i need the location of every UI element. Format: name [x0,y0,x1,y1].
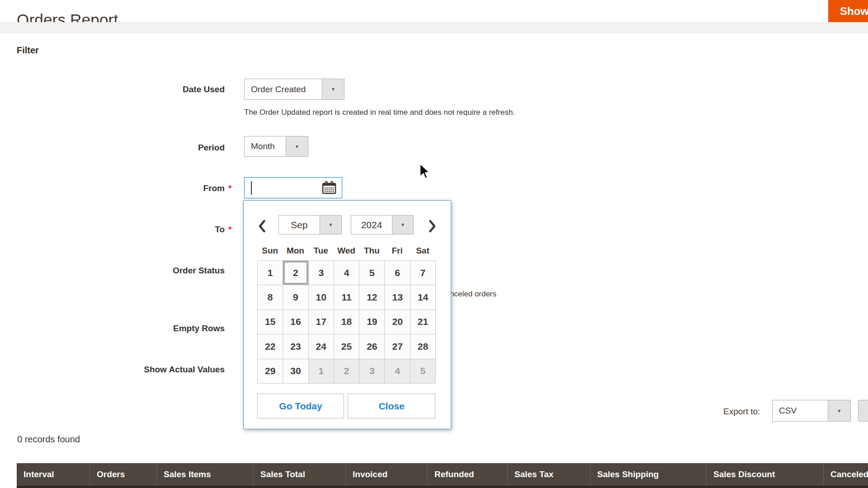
calendar-day-2[interactable]: 2 [283,261,308,285]
close-button[interactable]: Close [348,394,435,418]
export-format-value: CSV [773,400,828,421]
calendar-day-3[interactable]: 3 [309,261,334,285]
chevron-down-icon: ▼ [320,216,341,234]
calendar-day-16[interactable]: 16 [283,310,308,334]
show-report-button[interactable]: Show [828,0,868,22]
show-actual-values-label: Show Actual Values [0,365,225,375]
column-header-invoiced[interactable]: Invoiced [346,463,428,486]
column-header-sales-shipping[interactable]: Sales Shipping [590,463,707,486]
calendar-day-27[interactable]: 27 [385,334,410,359]
month-value: Sep [279,216,320,234]
calendar-day-4-next-month[interactable]: 4 [385,359,410,384]
export-button-partial[interactable] [858,400,868,422]
from-date-input[interactable] [244,177,342,198]
dow-fri: Fri [384,246,410,257]
dow-wed: Wed [334,246,359,257]
column-header-sales-items[interactable]: Sales Items [157,463,254,486]
date-used-note: The Order Updated report is created in r… [244,108,515,117]
column-header-orders[interactable]: Orders [90,463,157,486]
calendar-day-10[interactable]: 10 [309,285,334,310]
date-used-label: Date Used [0,84,225,94]
calendar-day-8[interactable]: 8 [258,285,283,310]
calendar-day-24[interactable]: 24 [309,334,334,359]
calendar-day-20[interactable]: 20 [385,310,410,334]
calendar-day-1-next-month[interactable]: 1 [309,359,334,384]
to-required-asterisk: * [228,225,231,235]
next-month-button[interactable] [429,220,436,233]
table-totals-strip [17,486,868,488]
go-today-button[interactable]: Go Today [257,394,344,418]
calendar-day-15[interactable]: 15 [258,310,283,334]
period-value: Month [245,136,286,156]
report-table-header: IntervalOrdersSales ItemsSales TotalInvo… [17,463,868,486]
chevron-down-icon: ▼ [828,400,850,421]
records-found-text: 0 records found [17,434,80,445]
dow-tue: Tue [308,246,334,257]
calendar-day-22[interactable]: 22 [258,334,283,359]
mouse-cursor [419,163,431,181]
filter-heading: Filter [17,45,39,56]
order-status-label: Order Status [0,266,225,276]
calendar-day-25[interactable]: 25 [334,334,359,359]
calendar-day-6[interactable]: 6 [385,261,410,285]
calendar-day-5[interactable]: 5 [359,261,385,285]
column-header-sales-tax[interactable]: Sales Tax [508,463,590,486]
header-divider-band [0,22,868,33]
orders-report-page: Orders Report Show Filter Date Used Orde… [0,0,868,488]
calendar-day-23[interactable]: 23 [283,334,308,359]
empty-rows-label: Empty Rows [0,324,225,333]
calendar-day-30[interactable]: 30 [283,359,308,384]
date-picker-popup: Sep ▼ 2024 ▼ SunMonTueWedThuFriSat 12345… [243,200,451,429]
dow-sat: Sat [410,246,435,257]
calendar-day-11[interactable]: 11 [334,285,359,310]
column-header-sales-discount[interactable]: Sales Discount [707,463,824,486]
text-caret [251,181,252,195]
dow-sun: Sun [257,246,283,257]
calendar-day-3-next-month[interactable]: 3 [359,359,385,384]
calendar-icon[interactable] [321,181,337,195]
calendar-day-19[interactable]: 19 [359,310,385,334]
calendar-day-2-next-month[interactable]: 2 [334,359,359,384]
column-header-refunded[interactable]: Refunded [428,463,508,486]
calendar-day-5-next-month[interactable]: 5 [410,359,436,384]
calendar-day-29[interactable]: 29 [258,359,283,384]
column-header-sales-total[interactable]: Sales Total [254,463,346,486]
month-select[interactable]: Sep ▼ [278,215,342,235]
column-header-interval[interactable]: Interval [17,463,90,486]
order-status-hint-fragment: nceled orders [450,290,496,299]
calendar-day-12[interactable]: 12 [359,285,385,310]
calendar-day-18[interactable]: 18 [334,310,359,334]
date-used-select[interactable]: Order Created ▼ [244,79,344,100]
day-of-week-header: SunMonTueWedThuFriSat [257,246,435,257]
calendar-day-28[interactable]: 28 [410,334,436,359]
column-header-canceled[interactable]: Canceled [824,463,868,486]
to-label: To [0,225,225,235]
chevron-down-icon: ▼ [286,136,308,156]
calendar-day-14[interactable]: 14 [410,285,436,310]
calendar-day-13[interactable]: 13 [385,285,410,310]
calendar-day-9[interactable]: 9 [283,285,308,310]
calendar-day-1[interactable]: 1 [258,261,283,285]
chevron-down-icon: ▼ [322,79,344,99]
from-label: From [0,183,225,193]
from-required-asterisk: * [228,183,231,193]
chevron-down-icon: ▼ [392,216,413,234]
export-to-label: Export to: [723,407,760,417]
calendar-day-26[interactable]: 26 [359,334,385,359]
period-select[interactable]: Month ▼ [244,136,308,157]
period-label: Period [0,143,225,153]
previous-month-button[interactable] [258,220,266,233]
dow-thu: Thu [359,246,384,257]
calendar-day-21[interactable]: 21 [410,310,436,334]
calendar-day-7[interactable]: 7 [410,261,436,285]
year-value: 2024 [351,216,392,234]
calendar-day-4[interactable]: 4 [334,261,359,285]
date-used-value: Order Created [245,79,322,99]
calendar-day-17[interactable]: 17 [309,310,334,334]
year-select[interactable]: 2024 ▼ [351,215,414,235]
calendar-days-grid: 1234567891011121314151617181920212223242… [257,260,436,384]
export-format-select[interactable]: CSV ▼ [772,400,851,422]
dow-mon: Mon [283,246,308,257]
